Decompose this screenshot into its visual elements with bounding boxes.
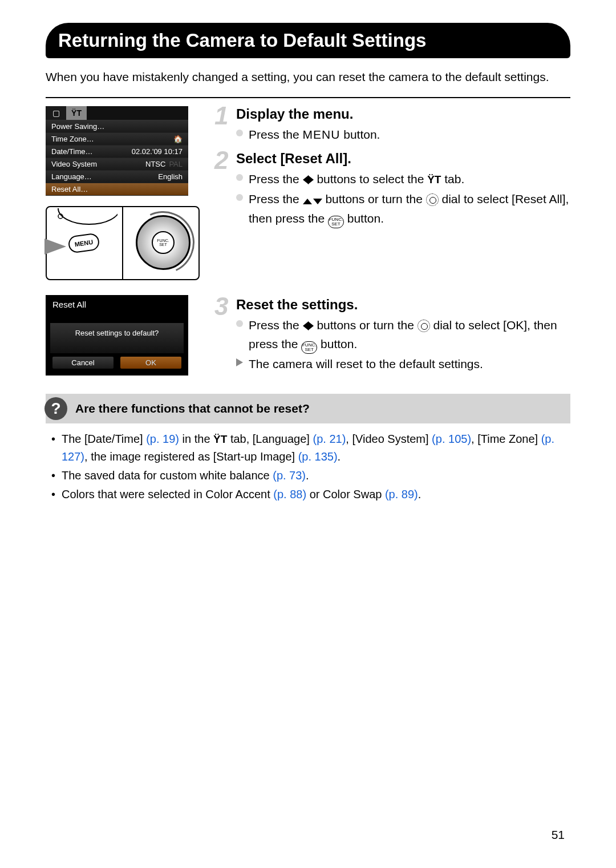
page-title: Returning the Camera to Default Settings — [46, 23, 570, 58]
step-3: 3 Reset the settings. Press the buttons … — [217, 297, 570, 373]
camera-tab-icon: ▢ — [46, 106, 66, 120]
camera-menu-screenshot: ▢ ŸT Power Saving…Time Zone…🏠Date/Time…0… — [46, 106, 188, 196]
svg-point-0 — [58, 208, 117, 224]
page-ref-link[interactable]: (p. 88) — [273, 488, 306, 500]
question-mark-icon: ? — [44, 397, 67, 420]
dial-icon — [418, 320, 430, 332]
ok-option: OK — [120, 357, 181, 369]
dial-icon — [426, 193, 439, 206]
menu-button-graphic: MENU — [67, 233, 100, 254]
hardware-illustration: MENU FUNC.SET — [46, 206, 200, 280]
result-line: The camera will reset to the default set… — [236, 355, 570, 373]
intro-text: When you have mistakenly changed a setti… — [46, 68, 570, 86]
menu-text-icon: MENU — [303, 128, 341, 141]
faq-bullet: The [Date/Time] (p. 19) in the ŸT tab, [… — [50, 430, 568, 466]
reset-dialog-title: Reset All — [46, 295, 188, 323]
camera-menu-row: Power Saving… — [46, 120, 188, 133]
faq-title: Are there functions that cannot be reset… — [75, 402, 310, 415]
page-ref-link[interactable]: (p. 21) — [313, 433, 346, 445]
instruction-line: Press the buttons to select the ŸT tab. — [236, 170, 570, 189]
reset-dialog-question: Reset settings to default? — [50, 323, 184, 353]
instruction-line: Press the buttons or turn the dial to se… — [236, 316, 570, 354]
camera-menu-row: Reset All… — [46, 183, 188, 196]
page-ref-link[interactable]: (p. 73) — [273, 469, 306, 482]
step-1: 1 Display the menu. Press the MENU butto… — [217, 106, 570, 144]
tools-tab-inline-icon: ŸT — [213, 433, 227, 445]
cancel-option: Cancel — [52, 357, 114, 369]
mode-dial-graphic — [49, 208, 117, 231]
page-number: 51 — [552, 828, 565, 842]
divider — [46, 97, 570, 98]
faq-bullet: Colors that were selected in Color Accen… — [50, 486, 568, 503]
page-ref-link[interactable]: (p. 135) — [298, 450, 338, 463]
control-wheel-graphic: FUNC.SET — [136, 215, 191, 270]
camera-menu-row: Date/Time…02.02.'09 10:17 — [46, 146, 188, 158]
step-number: 2 — [214, 146, 228, 175]
camera-menu-row: Video SystemNTSCPAL — [46, 158, 188, 171]
func-set-icon: FUNC.SET — [328, 216, 344, 228]
page-ref-link[interactable]: (p. 89) — [385, 488, 418, 500]
step-title: Display the menu. — [236, 106, 570, 122]
step-title: Reset the settings. — [236, 297, 570, 313]
tools-tab-icon: ŸT — [66, 106, 87, 120]
camera-menu-row: Language…English — [46, 171, 188, 183]
faq-box: ? Are there functions that cannot be res… — [46, 394, 570, 503]
page-ref-link[interactable]: (p. 19) — [146, 433, 179, 445]
left-right-icon — [303, 317, 314, 336]
step-number: 1 — [214, 102, 228, 130]
func-set-center: FUNC.SET — [152, 231, 175, 254]
func-set-icon: FUNC.SET — [301, 341, 317, 354]
tools-tab-inline-icon: ŸT — [427, 173, 441, 185]
instruction-line: Press the MENU button. — [236, 126, 570, 144]
faq-bullet: The saved data for custom white balance … — [50, 467, 568, 485]
left-right-icon — [303, 171, 314, 189]
step-2: 2 Select [Reset All]. Press the buttons … — [217, 151, 570, 228]
up-down-icon — [303, 191, 322, 209]
page-ref-link[interactable]: (p. 105) — [432, 433, 471, 445]
step-title: Select [Reset All]. — [236, 151, 570, 167]
instruction-line: Press the buttons or turn the dial to se… — [236, 190, 570, 228]
step-number: 3 — [214, 292, 228, 321]
camera-menu-row: Time Zone…🏠 — [46, 133, 188, 146]
reset-dialog-screenshot: Reset All Reset settings to default? Can… — [46, 295, 188, 376]
press-arrow-icon — [44, 239, 66, 255]
